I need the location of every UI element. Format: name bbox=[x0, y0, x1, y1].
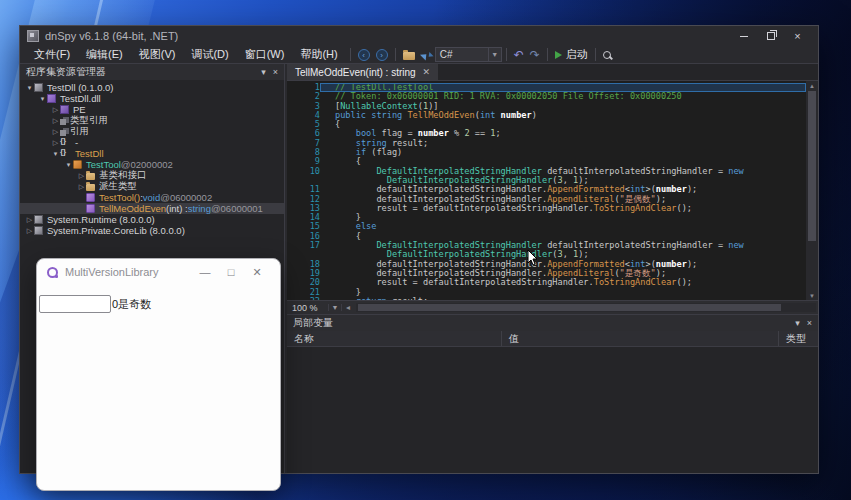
tree-item[interactable]: ▷派生类型 bbox=[20, 181, 284, 192]
menu-item[interactable]: 视图(V) bbox=[131, 47, 184, 61]
chevron-down-icon[interactable]: ▼ bbox=[488, 48, 501, 61]
locals-column-headers: 名称值类型 bbox=[287, 331, 818, 347]
assembly-explorer-header[interactable]: 程序集资源管理器 ▾ × bbox=[20, 64, 284, 80]
restore-button[interactable] bbox=[757, 27, 784, 46]
toolbar-separator bbox=[350, 48, 351, 61]
expander-icon[interactable]: ▷ bbox=[77, 172, 86, 180]
scroll-up-icon[interactable]: ▲ bbox=[806, 81, 818, 91]
close-button[interactable]: × bbox=[784, 27, 811, 46]
tree-item-label: void bbox=[143, 192, 160, 203]
undo-button[interactable]: ↶ bbox=[511, 47, 527, 63]
tree-item[interactable]: ▷PE bbox=[20, 104, 284, 115]
tree-item[interactable]: ▷类型引用 bbox=[20, 115, 284, 126]
dialog-minimize-button[interactable]: — bbox=[192, 261, 218, 283]
expander-icon[interactable]: ▷ bbox=[51, 117, 60, 125]
expander-icon[interactable]: ▷ bbox=[25, 216, 34, 224]
undo-icon: ↶ bbox=[514, 49, 524, 61]
expander-icon[interactable]: ▾ bbox=[51, 150, 60, 158]
expander-icon[interactable]: ▾ bbox=[38, 95, 47, 103]
locals-menu-chevron-icon[interactable]: ▾ bbox=[795, 318, 800, 328]
redo-button[interactable]: ↷ bbox=[527, 47, 543, 63]
vertical-scrollbar[interactable]: ▲ ▼ bbox=[806, 81, 818, 301]
tree-item[interactable]: ▾TestTool @02000002 bbox=[20, 159, 284, 170]
tree-item[interactable]: ▾TestDll bbox=[20, 148, 284, 159]
open-file-button[interactable] bbox=[400, 47, 418, 63]
titlebar[interactable]: dnSpy v6.1.8 (64-bit, .NET) × bbox=[20, 26, 818, 46]
tree-item[interactable]: TestTool() : void @06000002 bbox=[20, 192, 284, 203]
search-button[interactable] bbox=[600, 47, 614, 63]
tree-item-label: @06000001 bbox=[211, 203, 263, 214]
menu-item[interactable]: 窗口(W) bbox=[237, 47, 293, 61]
menu-item[interactable]: 帮助(H) bbox=[292, 47, 345, 61]
expander-icon[interactable]: ▷ bbox=[51, 106, 60, 114]
assembly-icon bbox=[34, 215, 43, 224]
code-line[interactable]: 20 result = defaultInterpolatedStringHan… bbox=[287, 278, 806, 287]
locals-header[interactable]: 局部变量 ▾ × bbox=[287, 315, 818, 331]
tree-item[interactable]: ▾TestDll (0.1.0.0) bbox=[20, 82, 284, 93]
code-lines: 1// TestDll.TestTool2// Token: 0x0600000… bbox=[287, 83, 806, 306]
locals-column-type[interactable]: 类型 bbox=[779, 331, 818, 346]
locals-column-value[interactable]: 值 bbox=[502, 331, 779, 346]
start-label: 启动 bbox=[566, 47, 588, 62]
tree-item-label: 引用 bbox=[70, 125, 89, 138]
zoom-chevron-icon[interactable]: ▼ bbox=[328, 304, 342, 311]
zoom-level[interactable]: 100 % bbox=[287, 303, 328, 313]
assembly-explorer-title: 程序集资源管理器 bbox=[26, 65, 106, 79]
expander-icon[interactable]: ▾ bbox=[25, 84, 34, 92]
code-text: public string TellMeOddEven(int number) bbox=[320, 111, 806, 120]
ns-icon bbox=[60, 149, 71, 158]
tree-item[interactable]: ▷System.Private.CoreLib (8.0.0.0) bbox=[20, 225, 284, 236]
language-value: C# bbox=[436, 49, 488, 60]
code-editor[interactable]: 1// TestDll.TestTool2// Token: 0x0600000… bbox=[287, 81, 818, 314]
dialog-close-button[interactable]: ✕ bbox=[244, 261, 270, 283]
back-icon: ‹ bbox=[358, 49, 370, 61]
language-selector[interactable]: C# ▼ bbox=[435, 47, 502, 62]
tree-item[interactable]: ▷System.Runtime (8.0.0.0) bbox=[20, 214, 284, 225]
minimize-button[interactable] bbox=[730, 27, 757, 46]
dialog-title: MultiVersionLibrary bbox=[65, 266, 159, 278]
number-input[interactable] bbox=[39, 295, 111, 313]
locals-column-name[interactable]: 名称 bbox=[287, 331, 502, 346]
tree-item-label: System.Runtime (8.0.0.0) bbox=[47, 214, 155, 225]
panel-menu-chevron-icon[interactable]: ▾ bbox=[261, 67, 266, 77]
expander-icon[interactable]: ▷ bbox=[25, 227, 34, 235]
menu-item[interactable]: 编辑(E) bbox=[78, 47, 131, 61]
dialog-maximize-button[interactable]: □ bbox=[218, 261, 244, 283]
tab-tellmeoddeven[interactable]: TellMeOddEven(int) : string ✕ bbox=[287, 64, 438, 80]
start-debug-button[interactable]: 启动 bbox=[552, 47, 591, 63]
tree-item-label: (int) : bbox=[166, 203, 188, 214]
navigate-forward-button[interactable]: › bbox=[373, 47, 391, 63]
horizontal-thumb[interactable] bbox=[358, 304, 781, 311]
locals-close-icon[interactable]: × bbox=[807, 318, 812, 328]
navigate-back-button[interactable]: ‹ bbox=[355, 47, 373, 63]
expander-icon[interactable]: ▷ bbox=[77, 183, 86, 191]
method-icon bbox=[86, 204, 95, 213]
code-line[interactable]: 15 else bbox=[287, 222, 806, 231]
minimize-icon bbox=[740, 36, 748, 37]
expander-icon[interactable]: ▷ bbox=[51, 128, 60, 136]
expander-icon[interactable]: ▾ bbox=[64, 161, 73, 169]
scroll-left-icon[interactable]: ◂ bbox=[342, 303, 354, 312]
code-line[interactable]: 8 if (flag) bbox=[287, 148, 806, 157]
expander-icon[interactable]: ▷ bbox=[51, 139, 60, 147]
locals-panel: 局部变量 ▾ × 名称值类型 bbox=[287, 314, 818, 473]
panel-close-icon[interactable]: × bbox=[273, 67, 278, 77]
menu-item[interactable]: 调试(D) bbox=[183, 47, 236, 61]
code-line[interactable]: 4public string TellMeOddEven(int number) bbox=[287, 111, 806, 120]
forward-icon: › bbox=[376, 49, 388, 61]
scrollbar-thumb[interactable] bbox=[808, 91, 816, 241]
goto-entrypoint-button[interactable] bbox=[418, 47, 435, 63]
tab-close-icon[interactable]: ✕ bbox=[423, 67, 431, 77]
dialog-titlebar[interactable]: MultiVersionLibrary — □ ✕ bbox=[37, 259, 280, 285]
horizontal-scrollbar[interactable] bbox=[356, 303, 816, 312]
restore-icon bbox=[767, 32, 775, 40]
search-icon bbox=[603, 51, 611, 59]
code-line[interactable]: 13 result = defaultInterpolatedStringHan… bbox=[287, 204, 806, 213]
tree-item[interactable]: TellMeOddEven(int) : string @06000001 bbox=[20, 203, 284, 214]
toolbar-separator bbox=[547, 48, 548, 61]
tree-item[interactable]: ▷基类和接口 bbox=[20, 170, 284, 181]
assembly-icon bbox=[34, 83, 43, 92]
tree-item[interactable]: ▾TestDll.dll bbox=[20, 93, 284, 104]
menu-item[interactable]: 文件(F) bbox=[26, 47, 78, 61]
locals-body[interactable] bbox=[287, 347, 818, 473]
